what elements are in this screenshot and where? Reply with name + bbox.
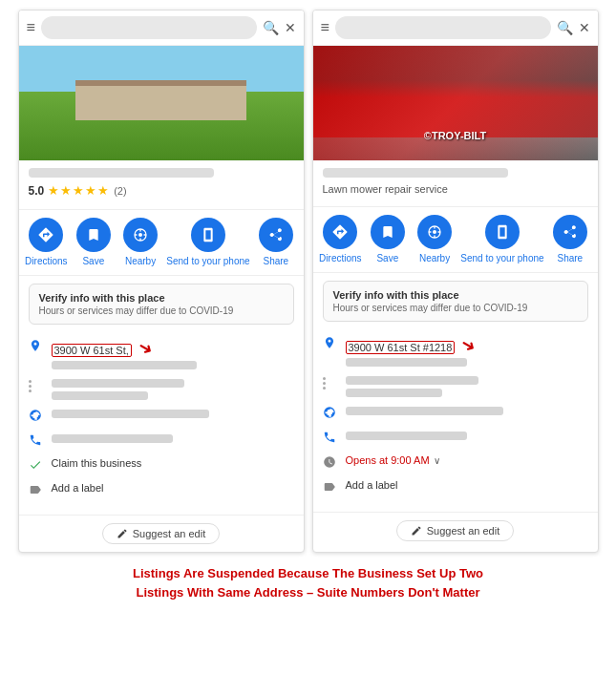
right-add-label-text[interactable]: Add a label [346,479,398,491]
left-dots-icon [29,378,44,392]
left-phone-row [29,432,294,450]
right-search-icon[interactable]: 🔍 [557,20,573,35]
left-directions-icon-circle [29,218,63,252]
left-outdoor-photo [19,46,304,160]
right-suggest-edit-label: Suggest an edit [427,525,499,537]
left-business-name-blur [29,168,215,178]
right-business-name-blur [323,168,509,178]
left-directions-label: Directions [25,256,67,267]
mower-logo-text: ©TROY-BILT [424,130,486,141]
right-suggest-edit-section: Suggest an edit [313,512,598,549]
left-nearby-btn[interactable]: Nearby [119,218,161,267]
left-claim-row[interactable]: Claim this business [29,457,294,474]
caption-line1: Listings Are Suspended Because The Busin… [29,564,587,583]
left-claim-text[interactable]: Claim this business [52,457,142,469]
right-send-phone-icon-circle [485,215,520,249]
right-covid-title: Verify info with this place [333,289,578,301]
right-send-phone-label: Send to your phone [460,253,543,264]
right-phone-content [346,430,588,440]
right-opens-text: Opens at 9:00 AM [346,454,430,466]
right-dots-row [323,374,588,397]
right-directions-btn[interactable]: Directions [319,215,361,264]
right-search-bar[interactable] [335,16,551,39]
right-share-label: Share [557,253,583,264]
right-covid-subtitle: Hours or services may differ due to COVI… [333,303,578,313]
left-send-phone-btn[interactable]: Send to your phone [166,218,249,267]
left-share-label: Share [263,256,288,267]
bottom-caption: Listings Are Suspended Because The Busin… [10,564,606,601]
right-opens-row[interactable]: Opens at 9:00 AM ∨ [323,454,588,472]
left-dots-blur2 [52,391,149,400]
right-share-icon-circle [553,215,587,249]
right-phone-row [323,430,588,447]
left-save-btn[interactable]: Save [73,218,115,267]
left-globe-icon [29,409,44,425]
left-search-bar[interactable] [41,16,257,39]
right-phone-icon [323,431,338,447]
right-details-section: 3900 W 61st St #1218 ➜ [313,329,598,508]
left-globe-content [52,408,294,418]
right-covid-notice: Verify info with this place Hours or ser… [323,281,588,322]
right-address-text: 3900 W 61st St #1218 ➜ [346,335,588,367]
left-add-label-row[interactable]: Add a label [29,482,294,499]
right-save-btn[interactable]: Save [367,215,409,264]
left-red-arrow: ➜ [134,336,157,362]
right-opens-content: Opens at 9:00 AM ∨ [346,454,440,466]
right-add-label-row[interactable]: Add a label [323,479,588,496]
right-pencil-icon [411,525,422,537]
left-search-icon[interactable]: 🔍 [263,20,279,35]
right-save-label: Save [376,253,398,264]
right-share-btn[interactable]: Share [549,215,591,264]
left-directions-btn[interactable]: Directions [25,218,67,267]
right-dots-icon [323,375,338,390]
directions-icon [37,226,54,243]
right-nearby-icon [427,224,442,240]
left-globe-row [29,408,294,425]
left-checkmark-icon [29,458,44,474]
right-panel: ≡ 🔍 ✕ ©TROY-BILT Lawn mower repair servi… [312,10,599,553]
right-nearby-btn[interactable]: Nearby [414,215,456,264]
left-dots-content [52,377,294,400]
right-phone-blur [346,432,467,440]
right-globe-row [323,405,588,422]
right-location-pin-icon [323,336,338,352]
right-suggest-edit-btn[interactable]: Suggest an edit [396,520,514,541]
left-phone-icon [29,433,44,450]
left-covid-title: Verify info with this place [39,292,284,304]
right-action-buttons: Directions Save Nearby Send to your phon… [313,206,598,273]
left-share-btn[interactable]: Share [255,218,297,267]
left-add-label-text[interactable]: Add a label [52,482,104,494]
left-rating-number: 5.0 [29,184,45,198]
right-mower-photo: ©TROY-BILT [313,46,598,160]
right-dots-blur [346,376,479,385]
right-nearby-label: Nearby [419,253,450,264]
left-nearby-label: Nearby [125,256,156,267]
left-details-section: 3900 W 61st St, ➜ [19,332,304,511]
left-menu-icon[interactable]: ≡ [27,19,35,36]
left-suggest-edit-btn[interactable]: Suggest an edit [102,523,220,544]
left-phone-content [52,432,294,443]
right-close-icon[interactable]: ✕ [579,20,590,35]
right-dots-content [346,374,588,397]
right-panel-photo: ©TROY-BILT [313,46,598,160]
left-address-blur [52,361,197,369]
right-label-icon [323,480,338,496]
left-save-label: Save [82,256,104,267]
right-send-phone-btn[interactable]: Send to your phone [460,215,543,264]
right-chevron-icon[interactable]: ∨ [434,455,440,466]
share-icon [268,227,284,242]
right-globe-blur [346,407,503,415]
right-address-blur [346,358,467,367]
right-menu-icon[interactable]: ≡ [321,19,329,36]
right-dots-blur2 [346,389,443,397]
left-share-icon-circle [259,218,293,252]
left-suggest-edit-section: Suggest an edit [19,515,304,552]
svg-point-1 [433,230,436,234]
left-close-icon[interactable]: ✕ [285,20,296,35]
right-nearby-icon-circle [417,215,452,249]
left-stars: ★★★★★ [48,183,110,198]
left-panel: ≡ 🔍 ✕ 5.0 ★★★★★ (2) Directions [18,10,305,553]
left-dots-blur [52,379,185,388]
right-address-highlight: 3900 W 61st St #1218 [346,341,456,354]
left-dots-row [29,377,294,400]
